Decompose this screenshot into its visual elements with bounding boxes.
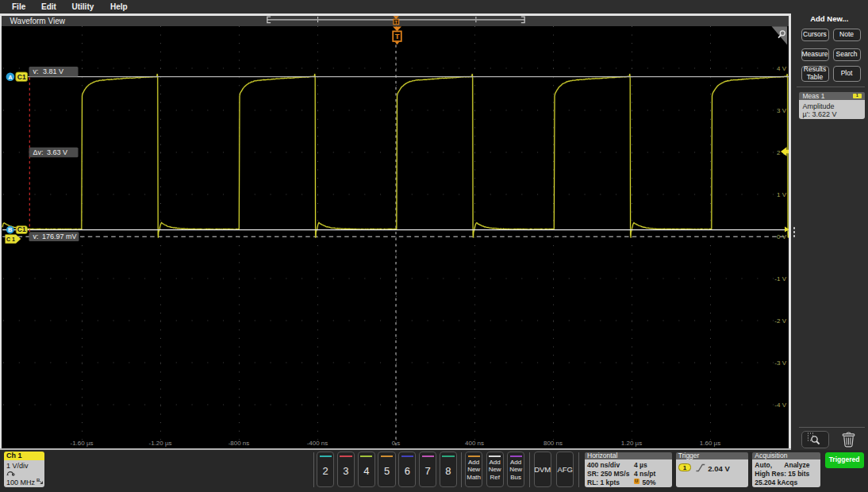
svg-text:B: B: [8, 226, 13, 233]
svg-text:C1: C1: [17, 73, 26, 81]
svg-text:176.97 mV: 176.97 mV: [42, 233, 76, 240]
svg-text:3.63 V: 3.63 V: [47, 148, 67, 156]
svg-text:1.60 µs: 1.60 µs: [700, 440, 720, 447]
svg-text:v:: v:: [33, 67, 39, 75]
svg-text:1.20 µs: 1.20 µs: [621, 440, 642, 447]
svg-text:B: B: [36, 478, 40, 482]
svg-text:3 V: 3 V: [777, 107, 787, 114]
svg-text:-1.20 µs: -1.20 µs: [148, 440, 171, 447]
svg-text:C1: C1: [17, 225, 26, 233]
svg-text:-4 V: -4 V: [774, 402, 786, 409]
svg-text:-3 V: -3 V: [774, 359, 786, 367]
svg-text:800 ns: 800 ns: [543, 440, 563, 447]
svg-text:0 V: 0 V: [777, 233, 787, 240]
svg-text:A: A: [8, 74, 13, 81]
svg-text:-800 ns: -800 ns: [229, 440, 250, 447]
svg-text:-400 ns: -400 ns: [307, 440, 328, 447]
svg-text:1 V: 1 V: [777, 191, 787, 198]
svg-text:Δv:: Δv:: [33, 148, 44, 156]
svg-text:3.81 V: 3.81 V: [43, 67, 63, 75]
svg-text:-1.60 µs: -1.60 µs: [70, 440, 93, 447]
svg-text:0 s: 0 s: [392, 440, 401, 447]
svg-text:T: T: [395, 32, 400, 40]
svg-text:-2 V: -2 V: [774, 317, 786, 325]
svg-text:-1 V: -1 V: [774, 275, 786, 283]
svg-text:v:: v:: [33, 233, 39, 240]
svg-text:400 ns: 400 ns: [465, 440, 484, 447]
svg-text:C 1: C 1: [6, 236, 15, 242]
svg-text:4 V: 4 V: [777, 65, 787, 72]
svg-text:T: T: [395, 20, 398, 25]
